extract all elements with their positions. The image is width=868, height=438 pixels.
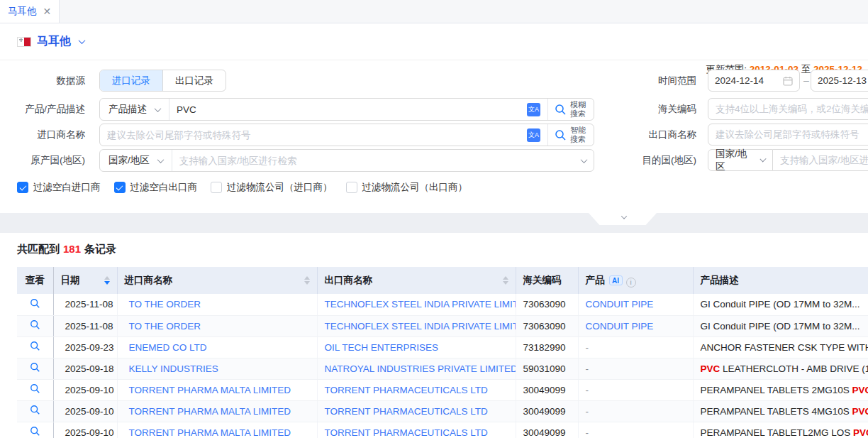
column-header-importer[interactable]: 进口商名称 [117, 267, 317, 294]
records-table: 查看 日期 进口商名称 出口商名称 海关编码 产品AIi 产品描述 [17, 267, 868, 438]
chevron-down-icon [581, 156, 588, 163]
destination-type-select[interactable]: 国家/地区 [708, 149, 773, 171]
fuzzy-search-button[interactable]: 模糊搜索 [547, 99, 594, 120]
importer-link[interactable]: TO THE ORDER [129, 299, 201, 310]
magnifier-icon [30, 383, 40, 394]
info-icon[interactable]: i [626, 278, 636, 288]
exporter-link[interactable]: TORRENT PHARMACEUTICALS LTD [325, 385, 488, 395]
product-search-input[interactable] [177, 104, 521, 115]
result-count-suffix: 条记录 [84, 243, 116, 255]
exporter-link[interactable]: TORRENT PHARMACEUTICALS LTD [325, 406, 488, 417]
date-cell: 2025-09-10 [53, 422, 117, 438]
view-record-button[interactable] [30, 341, 40, 351]
description-cell: PERAMPANEL TABLETS 2MG10S PVC... [693, 379, 868, 400]
sort-icon[interactable] [304, 276, 310, 285]
chevron-down-icon [760, 155, 766, 162]
importer-link[interactable]: KELLY INDUSTRIES [129, 363, 218, 374]
column-header-view: 查看 [17, 267, 53, 294]
view-record-button[interactable] [30, 426, 40, 437]
exporter-link[interactable]: TORRENT PHARMACEUTICALS LTD [325, 427, 488, 438]
hs-code-field [708, 98, 868, 120]
smart-search-button[interactable]: 智能搜索 [547, 124, 594, 146]
malta-flag-icon [17, 37, 31, 47]
view-record-button[interactable] [30, 362, 40, 373]
filter-checkbox[interactable]: 过滤物流公司（进口商） [211, 181, 333, 194]
time-range-label: 时间范围 [617, 70, 702, 92]
translate-icon[interactable]: 文A [527, 128, 540, 142]
view-record-button[interactable] [30, 405, 40, 415]
tab-import-records[interactable]: 进口记录 [100, 70, 162, 91]
origin-type-value: 国家/地区 [108, 154, 150, 167]
hs-code-input[interactable] [716, 104, 868, 114]
filter-checkbox[interactable]: 过滤空白出口商 [114, 181, 198, 194]
importer-link[interactable]: ENEMED CO LTD [129, 342, 207, 353]
exporter-link[interactable]: TECHNOFLEX STEEL INDIA PRIVATE LIMITED [325, 299, 516, 310]
translate-icon[interactable]: 文A [527, 103, 540, 116]
importer-filter-group: 文A 智能搜索 [99, 124, 594, 146]
table-header-row: 查看 日期 进口商名称 出口商名称 海关编码 产品AIi 产品描述 [17, 267, 868, 294]
sort-icon[interactable] [503, 276, 508, 285]
keyword-highlight: PVC... [852, 385, 868, 395]
origin-country-input[interactable] [179, 155, 573, 166]
importer-link[interactable]: TO THE ORDER [129, 321, 201, 332]
tab-malta[interactable]: 马耳他 ✕ [0, 0, 60, 23]
exporter-link[interactable]: OIL TECH ENTERPRISES [325, 342, 439, 353]
column-header-date[interactable]: 日期 [53, 267, 117, 294]
column-header-exporter[interactable]: 出口商名称 [317, 267, 516, 294]
checkbox-label: 过滤空白出口商 [130, 181, 198, 194]
checkbox-icon[interactable] [17, 182, 28, 193]
destination-country-input[interactable] [780, 155, 868, 165]
date-cell: 2025-09-10 [53, 400, 117, 422]
close-icon[interactable]: ✕ [43, 6, 51, 16]
description-cell: GI Conduit PIPE (OD 17MM to 32M... [693, 315, 868, 336]
sort-icon[interactable] [104, 276, 110, 285]
importer-link[interactable]: TORRENT PHARMA MALTA LIMITED [129, 385, 291, 395]
checkbox-icon[interactable] [211, 182, 222, 193]
keyword-highlight: PVC... [852, 406, 868, 417]
view-record-button[interactable] [30, 383, 40, 394]
filter-panel: 更新范围: 2013-01-03 至 2025-12-13 数据源 进口记录 出… [0, 60, 868, 213]
product-type-select[interactable]: 产品描述 [100, 99, 169, 120]
origin-country-label: 原产国(地区) [0, 149, 92, 172]
exporter-link[interactable]: TECHNOFLEX STEEL INDIA PRIVATE LIMITED [325, 321, 516, 332]
description-cell: PERAMPANEL TABLETL2MG LOS PVC... [693, 422, 868, 438]
product-link[interactable]: CONDUIT PIPE [586, 299, 654, 310]
exporter-name-input[interactable] [716, 129, 868, 140]
date-end-input[interactable]: 2025-12-13 [811, 70, 868, 92]
date-start-input[interactable]: 2024-12-14 [708, 70, 800, 92]
hs-code-cell: 73182990 [516, 336, 578, 358]
table-row: 2025-11-08TO THE ORDERTECHNOFLEX STEEL I… [17, 315, 868, 336]
product-empty: - [586, 406, 589, 417]
filter-checkbox[interactable]: 过滤空白进口商 [17, 181, 101, 194]
product-link[interactable]: CONDUIT PIPE [586, 321, 654, 332]
view-record-button[interactable] [30, 319, 40, 330]
column-header-description: 产品描述 [693, 267, 868, 294]
data-source-switch: 进口记录 出口记录 [99, 70, 226, 92]
importer-link[interactable]: TORRENT PHARMA MALTA LIMITED [129, 406, 291, 417]
chevron-down-icon [621, 213, 627, 219]
smart-search-label: 智能搜索 [570, 126, 587, 143]
collapse-panel-button[interactable] [589, 213, 657, 225]
panel-divider [0, 213, 868, 233]
destination-country-field [773, 149, 868, 171]
hs-code-cell: 30049099 [516, 400, 578, 422]
checkbox-icon[interactable] [346, 182, 357, 193]
chevron-down-icon[interactable] [79, 37, 86, 44]
importer-link[interactable]: TORRENT PHARMA MALTA LIMITED [129, 427, 291, 438]
checkbox-icon[interactable] [114, 182, 126, 193]
page-header: 马耳他 [0, 23, 868, 60]
view-record-button[interactable] [30, 298, 40, 309]
product-empty: - [586, 342, 589, 353]
product-empty: - [586, 427, 589, 438]
product-empty: - [586, 363, 589, 374]
importer-name-input[interactable] [107, 130, 521, 141]
column-label: 进口商名称 [125, 274, 173, 287]
filter-checkbox[interactable]: 过滤物流公司（出口商） [346, 181, 468, 194]
origin-country-type-select[interactable]: 国家/地区 [100, 150, 172, 171]
result-count-line: 共匹配到181条记录 [17, 243, 868, 256]
date-start-value: 2024-12-14 [715, 75, 779, 86]
tab-export-records[interactable]: 出口记录 [162, 70, 226, 91]
keyword-highlight: PVC... [853, 427, 868, 438]
exporter-link[interactable]: NATROYAL INDUSTRIES PRIVATE LIMITED [325, 363, 516, 374]
magnifier-icon [30, 405, 40, 415]
